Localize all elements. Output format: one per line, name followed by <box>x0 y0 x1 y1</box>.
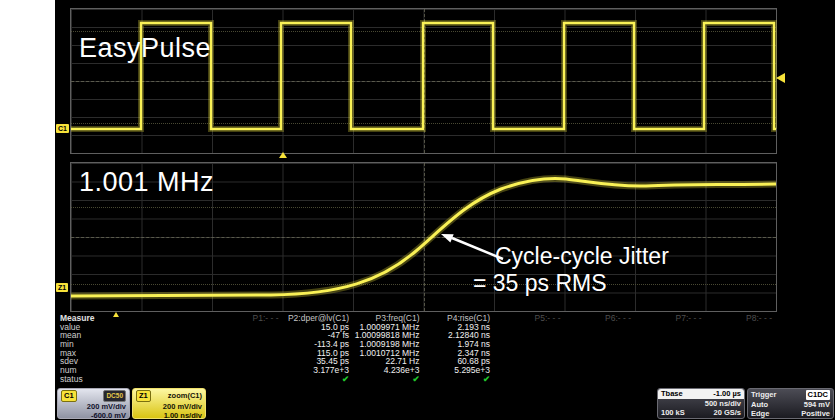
measure-cell-p7-sdev <box>631 357 702 366</box>
measure-cell-p1-status <box>208 375 279 384</box>
timebase-samples: 100 kS <box>661 408 685 418</box>
screenshot-page: EasyPulse 1.001 MHz Cycle-cycle Jitter =… <box>0 0 840 420</box>
trigger-label: Trigger <box>751 390 776 400</box>
measure-cell-p7-status <box>631 375 702 384</box>
timebase-scale: 500 ns/div <box>705 399 741 409</box>
zoom-z1-descriptor-box[interactable]: Z1 zoom(C1) 200 mV/div 1.00 ns/div <box>132 388 206 419</box>
measure-cell-p6-min <box>561 340 632 349</box>
measure-cell-p2-num: 3.177e+3 <box>279 366 350 375</box>
timebase-delay: -1.00 µs <box>713 389 741 399</box>
c1-channel-badge: C1 <box>61 390 77 402</box>
top-pane-label: EasyPulse <box>79 33 211 64</box>
measure-col-header-p8[interactable]: P8:- - - <box>702 314 773 323</box>
measure-cell-p7-mean <box>631 331 702 340</box>
trigger-level-value: 594 mV <box>804 400 830 410</box>
measure-col-header-p7[interactable]: P7:- - - <box>631 314 702 323</box>
measure-cell-p7-max <box>631 349 702 358</box>
z1-source: zoom(C1) <box>168 391 202 401</box>
measure-cell-p5-num <box>490 366 561 375</box>
measure-cell-p5-min <box>490 340 561 349</box>
measure-cell-p5-mean <box>490 331 561 340</box>
c1-offset: -600.0 mV <box>91 411 126 420</box>
measure-col-header-p1[interactable]: P1:- - - <box>208 314 279 323</box>
measure-cell-p8-max <box>702 349 773 358</box>
measure-cell-p7-value <box>631 323 702 332</box>
grid-bottom: 1.001 MHz Cycle-cycle Jitter = 35 ps RMS <box>70 162 777 312</box>
jitter-annotation-line2: = 35 ps RMS <box>473 270 669 297</box>
jitter-annotation-line1: Cycle-cycle Jitter <box>473 243 669 270</box>
c1-trace-marker[interactable]: C1 <box>56 124 69 133</box>
measure-row-label-max: max <box>60 349 208 358</box>
c1-square-wave-trace[interactable] <box>71 9 776 153</box>
measure-cell-p8-mean <box>702 331 773 340</box>
measure-cell-p1-value <box>208 323 279 332</box>
z1-trace-marker[interactable]: Z1 <box>56 283 68 292</box>
trigger-level-marker[interactable] <box>776 73 785 83</box>
measure-cell-p8-sdev <box>702 357 773 366</box>
measure-cell-p1-sdev <box>208 357 279 366</box>
channel-c1-descriptor-box[interactable]: C1 DC50 200 mV/div -600.0 mV <box>57 388 130 419</box>
measure-cell-p3-status: ✔ <box>349 375 420 384</box>
measure-cell-p5-value <box>490 323 561 332</box>
c1-coupling-badge: DC50 <box>103 390 126 402</box>
measure-cell-p7-num <box>631 366 702 375</box>
measure-cell-p6-mean <box>561 331 632 340</box>
measure-cell-p8-num <box>702 366 773 375</box>
measure-table-title: Measure <box>60 314 208 323</box>
measure-cell-p8-min <box>702 340 773 349</box>
measure-cell-p6-max <box>561 349 632 358</box>
measure-col-header-p6[interactable]: P6:- - - <box>561 314 632 323</box>
z1-channel-badge: Z1 <box>136 390 151 402</box>
measure-row-label-min: min <box>60 340 208 349</box>
grid-top: EasyPulse <box>70 8 777 154</box>
timebase-descriptor-box[interactable]: Tbase -1.00 µs 500 ns/div 100 kS 20 GS/s <box>657 388 745 419</box>
timebase-label: Tbase <box>661 389 683 399</box>
trigger-source-badge: C1DC <box>806 390 830 400</box>
measure-row-label-mean: mean <box>60 331 208 340</box>
measure-cell-p4-status: ✔ <box>420 375 491 384</box>
measure-col-header-p5[interactable]: P5:- - - <box>490 314 561 323</box>
measure-cell-p1-num <box>208 366 279 375</box>
trigger-mode: Auto <box>751 400 768 410</box>
measure-cell-p8-value <box>702 323 773 332</box>
bottom-pane-label: 1.001 MHz <box>79 167 214 198</box>
z1-horizontal-scale: 1.00 ns/div <box>164 411 202 420</box>
measure-cell-p1-mean <box>208 331 279 340</box>
measure-cell-p5-status <box>490 375 561 384</box>
measure-row-label-sdev: sdev <box>60 357 208 366</box>
measure-cell-p6-sdev <box>561 357 632 366</box>
measure-cell-p7-min <box>631 340 702 349</box>
measure-row-label-status: status <box>60 375 208 384</box>
jitter-annotation: Cycle-cycle Jitter = 35 ps RMS <box>473 243 669 297</box>
oscilloscope-screen: EasyPulse 1.001 MHz Cycle-cycle Jitter =… <box>55 0 835 420</box>
measure-cell-p5-sdev <box>490 357 561 366</box>
c1-vertical-scale: 200 mV/div <box>87 402 126 412</box>
measure-cell-p1-min <box>208 340 279 349</box>
measure-row-label-value: value <box>60 323 208 332</box>
measure-cell-p4-num: 5.295e+3 <box>420 366 491 375</box>
measure-cell-p2-status: ✔ <box>279 375 350 384</box>
measure-cell-p6-value <box>561 323 632 332</box>
measure-cell-p6-num <box>561 366 632 375</box>
measure-cell-p8-status <box>702 375 773 384</box>
measure-cell-p5-max <box>490 349 561 358</box>
z1-vertical-scale: 200 mV/div <box>163 402 202 412</box>
measure-cell-p1-max <box>208 349 279 358</box>
trigger-time-marker[interactable] <box>279 152 287 158</box>
trigger-descriptor-box[interactable]: Trigger C1DC Auto 594 mV Edge Positive <box>747 388 834 419</box>
measure-cell-p6-status <box>561 375 632 384</box>
trigger-slope: Positive <box>801 409 830 419</box>
trigger-type: Edge <box>751 409 769 419</box>
measure-cell-p3-num: 4.236e+3 <box>349 366 420 375</box>
timebase-sample-rate: 20 GS/s <box>713 408 741 418</box>
measure-table: MeasureP1:- - -P2:dper@lv(C1)P3:freq(C1)… <box>60 314 772 384</box>
